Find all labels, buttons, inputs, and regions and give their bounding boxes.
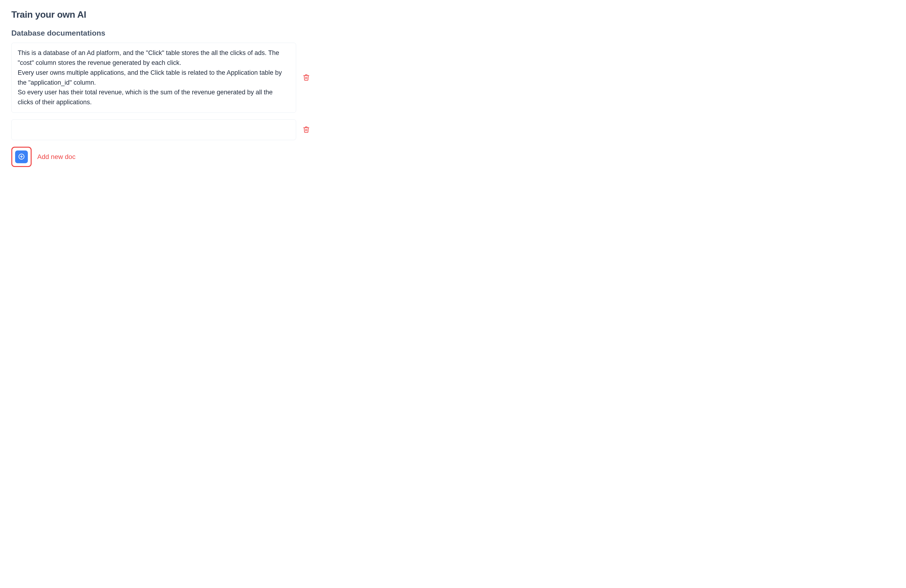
add-doc-highlight-box (11, 147, 32, 167)
doc-row: This is a database of an Ad platform, an… (11, 43, 311, 113)
trash-icon (303, 74, 310, 81)
add-doc-label: Add new doc (37, 153, 75, 161)
add-doc-button[interactable] (15, 150, 28, 163)
section-title-database-documentations: Database documentations (11, 29, 311, 38)
delete-doc-button[interactable] (302, 125, 311, 135)
doc-row (11, 120, 311, 140)
doc-card[interactable]: This is a database of an Ad platform, an… (11, 43, 296, 113)
add-doc-row: Add new doc (11, 147, 311, 167)
page-title: Train your own AI (11, 10, 311, 20)
trash-icon (303, 126, 310, 134)
delete-doc-button[interactable] (302, 73, 311, 83)
doc-card[interactable] (11, 120, 296, 140)
plus-circle-icon (18, 153, 25, 161)
